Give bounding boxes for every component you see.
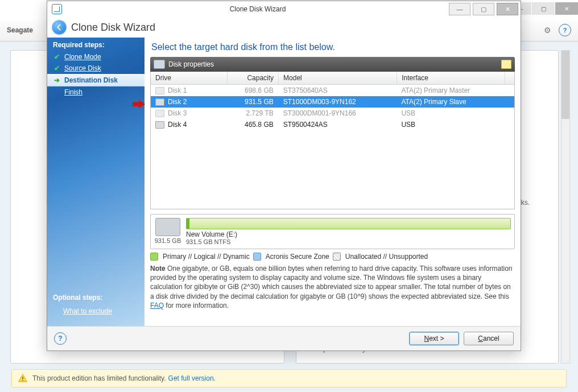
cell-interface: ATA(2) Primary Slave: [397, 98, 505, 106]
disk-table: Drive Capacity Model Interface Disk 1698…: [150, 72, 515, 209]
dialog-close-button[interactable]: ✕: [497, 3, 518, 15]
cell-interface: USB: [397, 121, 505, 129]
col-spacer: [505, 72, 514, 84]
legend: Primary // Logical // Dynamic Acronis Se…: [150, 253, 515, 261]
gear-icon[interactable]: ⚙: [542, 24, 553, 36]
disk-icon: [154, 60, 165, 69]
checkmark-icon: ✔: [53, 53, 61, 61]
red-arrow-icon: [133, 100, 145, 109]
disk-properties-header: Disk properties: [150, 57, 515, 72]
optional-steps-title: Optional steps:: [47, 294, 144, 302]
hdd-icon: [155, 110, 164, 117]
required-steps-title: Required steps:: [47, 38, 144, 51]
sidebar-item-label: Clone Mode: [64, 53, 101, 61]
panel-title: Disk properties: [168, 60, 214, 68]
partition-name: New Volume (E:): [186, 230, 511, 238]
cell-capacity: 465.8 GB: [228, 121, 279, 129]
instruction-text: Select the target hard disk from the lis…: [151, 42, 515, 52]
note-body: One gigabyte, or GB, equals one billion …: [150, 265, 513, 300]
help-icon[interactable]: ?: [559, 24, 571, 36]
note-text: Note One gigabyte, or GB, equals one bil…: [150, 264, 515, 310]
table-header[interactable]: Drive Capacity Model Interface: [151, 72, 514, 85]
legend-secure: Acronis Secure Zone: [266, 253, 329, 261]
dialog-titlebar[interactable]: Clone Disk Wizard — ▢ ✕: [47, 1, 521, 17]
partition-segment[interactable]: [186, 218, 511, 229]
arrow-right-icon: ➔: [53, 76, 61, 84]
clone-disk-wizard-dialog: Clone Disk Wizard — ▢ ✕ Clone Disk Wizar…: [47, 1, 521, 351]
cell-capacity: 698.6 GB: [228, 86, 279, 94]
sidebar-item-clone-mode[interactable]: ✔Clone Mode: [47, 51, 144, 63]
note-suffix: for more information.: [164, 302, 229, 310]
sidebar-item-label: Finish: [64, 88, 82, 96]
notice-bar: This product edition has limited functio…: [11, 369, 567, 387]
table-row[interactable]: Disk 1698.6 GBST3750640ASATA(2) Primary …: [151, 85, 514, 96]
sidebar-item-what-to-exclude[interactable]: What to exclude: [47, 307, 144, 315]
sidebar-item-label: Source Disk: [64, 64, 101, 72]
next-button[interactable]: Next >: [409, 332, 459, 345]
dialog-maximize-button[interactable]: ▢: [473, 3, 494, 15]
hdd-icon: [155, 98, 164, 106]
wizard-bottom-bar: ? Next > Cancel: [47, 326, 521, 350]
outer-maximize-button[interactable]: ▢: [532, 2, 555, 15]
table-row[interactable]: Disk 4465.8 GBST9500424ASUSB: [151, 119, 514, 130]
arrow-left-icon: [55, 23, 63, 31]
cell-model: ST1000DM003-9YN162: [279, 98, 397, 106]
partition-detail: 931.5 GB NTFS: [186, 238, 511, 245]
disk-drive-icon: [155, 218, 180, 236]
app-icon: [52, 4, 62, 14]
cell-drive: Disk 1: [168, 86, 187, 94]
col-capacity[interactable]: Capacity: [228, 72, 279, 84]
legend-primary: Primary // Logical // Dynamic: [163, 253, 250, 261]
cell-capacity: 2.729 TB: [228, 109, 279, 117]
col-interface[interactable]: Interface: [397, 72, 505, 84]
wizard-sidebar: Required steps: ✔Clone Mode✔Source Disk➔…: [47, 38, 144, 327]
cell-interface: ATA(2) Primary Master: [397, 86, 505, 94]
warning-icon: [18, 373, 28, 383]
hdd-icon: [155, 87, 164, 94]
wizard-main: Select the target hard disk from the lis…: [144, 38, 521, 327]
wizard-header-title: Clone Disk Wizard: [71, 22, 155, 34]
back-button[interactable]: [52, 20, 67, 35]
notice-link[interactable]: Get full version.: [168, 374, 216, 382]
hdd-icon: [155, 121, 164, 129]
table-row[interactable]: Disk 32.729 TBST3000DM001-9YN166USB: [151, 108, 514, 119]
notice-text: This product edition has limited functio…: [32, 374, 166, 382]
checkmark-icon: ✔: [53, 64, 61, 72]
legend-unallocated: Unallocated // Unsupported: [345, 253, 428, 261]
svg-rect-1: [22, 380, 23, 381]
brand-label: Seagate: [7, 26, 33, 34]
cell-drive: Disk 3: [168, 109, 187, 117]
cell-drive: Disk 4: [168, 121, 187, 129]
sidebar-item-finish[interactable]: Finish: [47, 86, 144, 98]
sidebar-item-destination-disk[interactable]: ➔Destination Disk: [47, 74, 144, 86]
cell-interface: USB: [397, 109, 505, 117]
sidebar-item-source-disk[interactable]: ✔Source Disk: [47, 63, 144, 74]
disk-map: 931.5 GB New Volume (E:) 931.5 GB NTFS: [150, 214, 515, 249]
dialog-title: Clone Disk Wizard: [67, 5, 449, 13]
cell-capacity: 931.5 GB: [228, 98, 279, 106]
note-prefix: Note: [150, 265, 166, 273]
cell-model: ST9500424AS: [279, 121, 397, 129]
legend-swatch-unallocated: [333, 253, 341, 261]
dialog-minimize-button[interactable]: —: [449, 3, 470, 15]
faq-link[interactable]: FAQ: [150, 302, 164, 310]
table-row[interactable]: Disk 2931.5 GBST1000DM003-9YN162ATA(2) P…: [151, 96, 514, 108]
col-model[interactable]: Model: [279, 72, 397, 84]
wizard-header: Clone Disk Wizard: [47, 17, 521, 38]
cell-model: ST3000DM001-9YN166: [279, 109, 397, 117]
legend-swatch-primary: [150, 253, 158, 261]
wizard-help-icon[interactable]: ?: [54, 332, 67, 345]
sidebar-item-label: Destination Disk: [64, 76, 118, 84]
outer-scrollbar[interactable]: [561, 50, 570, 364]
svg-rect-0: [22, 377, 23, 379]
cell-model: ST3750640AS: [279, 86, 397, 94]
cancel-button[interactable]: Cancel: [464, 332, 514, 345]
outer-close-button[interactable]: ✕: [555, 2, 578, 15]
sticky-note-icon[interactable]: [501, 60, 511, 69]
legend-swatch-secure: [253, 253, 261, 261]
disk-map-size: 931.5 GB: [154, 237, 181, 244]
col-drive[interactable]: Drive: [151, 72, 228, 84]
cell-drive: Disk 2: [168, 98, 187, 106]
